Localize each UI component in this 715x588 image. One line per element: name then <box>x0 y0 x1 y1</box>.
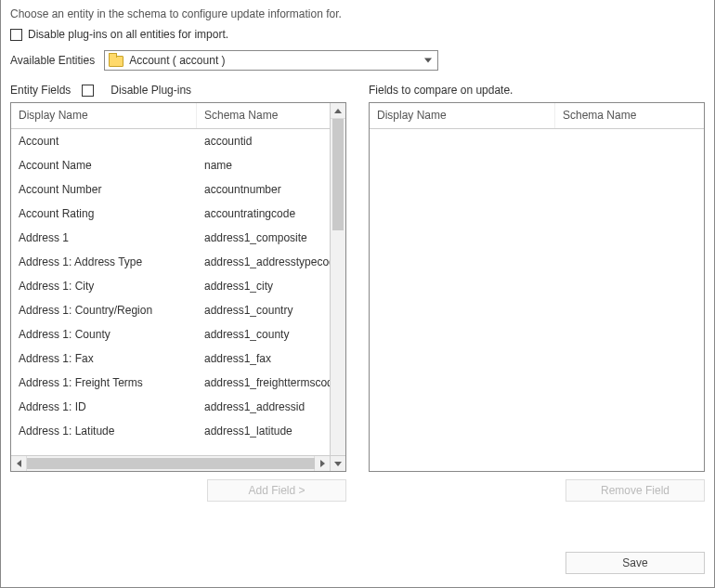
cell-display-name: Account <box>11 135 197 148</box>
scroll-track[interactable] <box>27 456 314 471</box>
cell-schema-name: address1_freighttermscode <box>197 376 330 389</box>
table-row[interactable]: Address 1: Address Typeaddress1_addresst… <box>11 250 330 274</box>
table-row[interactable]: Account Ratingaccountratingcode <box>11 202 330 226</box>
cell-display-name: Address 1: Latitude <box>11 425 197 438</box>
cell-schema-name: address1_country <box>197 304 330 317</box>
cell-display-name: Account Number <box>11 183 197 196</box>
cell-display-name: Account Rating <box>11 207 197 220</box>
cell-display-name: Address 1: Freight Terms <box>11 376 197 389</box>
add-field-button[interactable]: Add Field > <box>207 479 346 502</box>
available-entities-label: Available Entities <box>10 54 95 67</box>
scroll-left-icon[interactable] <box>11 456 27 471</box>
col-header-display[interactable]: Display Name <box>11 103 197 128</box>
entity-fields-list[interactable]: Display Name Schema Name Accountaccounti… <box>10 102 346 472</box>
table-row[interactable]: Address 1: Faxaddress1_fax <box>11 346 330 371</box>
checkbox-icon[interactable] <box>82 85 94 97</box>
chevron-down-icon <box>424 59 432 63</box>
scroll-right-icon[interactable] <box>314 456 330 471</box>
table-row[interactable]: Address 1: Country/Regionaddress1_countr… <box>11 298 330 322</box>
cell-schema-name: address1_composite <box>197 231 330 244</box>
list-header: Display Name Schema Name <box>11 103 345 129</box>
entity-dropdown-value: Account ( account ) <box>129 54 225 67</box>
table-row[interactable]: Account Numberaccountnumber <box>11 177 330 202</box>
col-header-schema[interactable]: Schema Name <box>197 103 345 128</box>
table-row[interactable]: Address 1: Cityaddress1_city <box>11 274 330 298</box>
remove-field-button[interactable]: Remove Field <box>566 479 705 502</box>
cell-display-name: Account Name <box>11 159 197 172</box>
scroll-track[interactable] <box>331 119 345 457</box>
instruction-text: Choose an entity in the schema to config… <box>1 0 714 24</box>
compare-fields-list[interactable]: Display Name Schema Name <box>369 102 705 472</box>
table-row[interactable]: Address 1: IDaddress1_addressid <box>11 395 330 419</box>
table-row[interactable]: Address 1address1_composite <box>11 226 330 250</box>
disable-all-plugins-row[interactable]: Disable plug-ins on all entities for imp… <box>1 24 714 45</box>
dialog-window: Choose an entity in the schema to config… <box>0 0 715 588</box>
table-row[interactable]: Account Namename <box>11 153 330 177</box>
cell-schema-name: address1_addresstypecode <box>197 255 330 268</box>
disable-plugins-label: Disable Plug-ins <box>110 84 191 97</box>
cell-schema-name: address1_city <box>197 280 330 293</box>
cell-display-name: Address 1: ID <box>11 400 197 413</box>
col-header-display[interactable]: Display Name <box>370 103 555 128</box>
list-header: Display Name Schema Name <box>370 103 704 129</box>
table-row[interactable]: Address 1: Freight Termsaddress1_freight… <box>11 371 330 395</box>
cell-schema-name: accountnumber <box>197 183 330 196</box>
fields-to-compare-label: Fields to compare on update. <box>369 84 513 97</box>
cell-display-name: Address 1: Address Type <box>11 255 197 268</box>
entity-dropdown[interactable]: Account ( account ) <box>104 50 438 71</box>
cell-schema-name: accountid <box>197 135 330 148</box>
scroll-thumb[interactable] <box>27 458 315 469</box>
checkbox-icon[interactable] <box>10 29 22 41</box>
cell-display-name: Address 1: Country/Region <box>11 304 197 317</box>
scroll-thumb[interactable] <box>332 119 344 230</box>
cell-schema-name: address1_county <box>197 328 330 341</box>
cell-schema-name: name <box>197 159 330 172</box>
cell-schema-name: accountratingcode <box>197 207 330 220</box>
vertical-scrollbar[interactable] <box>330 103 345 472</box>
table-row[interactable]: Address 1: Latitudeaddress1_latitude <box>11 419 330 443</box>
cell-display-name: Address 1: City <box>11 280 197 293</box>
entity-fields-label: Entity Fields <box>10 84 71 97</box>
cell-schema-name: address1_latitude <box>197 425 330 438</box>
cell-display-name: Address 1: County <box>11 328 197 341</box>
folder-icon <box>109 54 124 67</box>
cell-display-name: Address 1: Fax <box>11 352 197 365</box>
cell-schema-name: address1_fax <box>197 352 330 365</box>
horizontal-scrollbar[interactable] <box>11 455 330 471</box>
scroll-up-icon[interactable] <box>331 103 345 119</box>
col-header-schema[interactable]: Schema Name <box>555 103 704 128</box>
cell-display-name: Address 1 <box>11 231 197 244</box>
cell-schema-name: address1_addressid <box>197 400 330 413</box>
disable-all-plugins-label: Disable plug-ins on all entities for imp… <box>28 28 228 41</box>
scroll-corner[interactable] <box>330 455 345 471</box>
table-row[interactable]: Address 1: Countyaddress1_county <box>11 322 330 346</box>
table-row[interactable]: Accountaccountid <box>11 129 330 153</box>
save-button[interactable]: Save <box>566 552 705 574</box>
